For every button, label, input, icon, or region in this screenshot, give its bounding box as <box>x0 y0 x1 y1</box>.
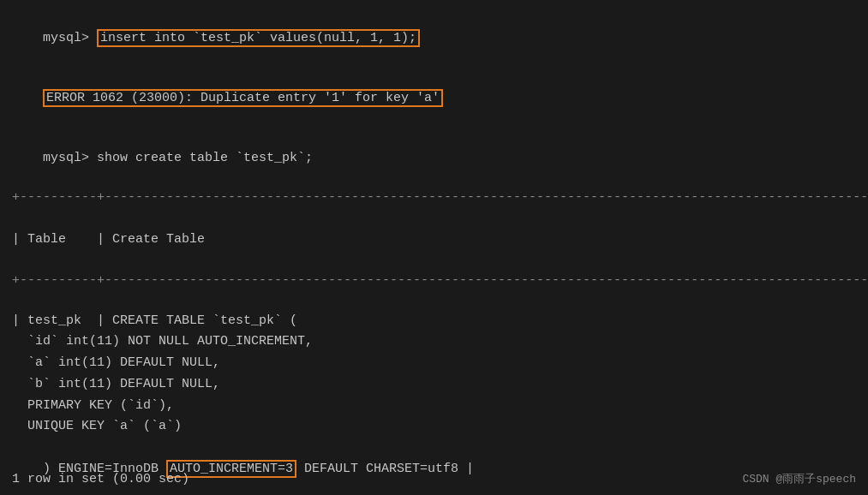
empty-line-3 <box>12 290 856 310</box>
csdn-watermark: CSDN @雨雨子speech <box>742 471 856 486</box>
show-create-command: show create table `test_pk`; <box>97 151 313 165</box>
divider-1: +----------+----------------------------… <box>12 188 856 207</box>
table-data-line-1: | test_pk | CREATE TABLE `test_pk` ( <box>12 311 856 332</box>
footer-row: 1 row in set (0.00 sec) CSDN @雨雨子speech <box>12 471 856 486</box>
footer-result-text: 1 row in set (0.00 sec) <box>12 472 189 486</box>
table-data-line-6: UNIQUE KEY `a` (`a`) <box>12 416 856 438</box>
table-data-line-5: PRIMARY KEY (`id`), <box>12 396 856 417</box>
prompt-2: mysql> <box>43 151 97 165</box>
terminal-window: mysql> insert into `test_pk` values(null… <box>0 0 868 495</box>
empty-line-1 <box>12 208 856 228</box>
error-line: ERROR 1062 (23000): Duplicate entry '1' … <box>12 69 856 128</box>
table-data-line-2: `id` int(11) NOT NULL AUTO_INCREMENT, <box>12 331 856 353</box>
table-data-line-3: `a` int(11) DEFAULT NULL, <box>12 353 856 374</box>
table-data-line-4: `b` int(11) DEFAULT NULL, <box>12 374 856 396</box>
error-highlight: ERROR 1062 (23000): Duplicate entry '1' … <box>43 89 443 107</box>
divider-2: +----------+----------------------------… <box>12 271 856 290</box>
insert-command-highlight: insert into `test_pk` values(null, 1, 1)… <box>97 29 420 47</box>
cmd-show-line: mysql> show create table `test_pk`; <box>12 128 856 188</box>
cmd-insert-line: mysql> insert into `test_pk` values(null… <box>12 9 856 69</box>
empty-line-2 <box>12 251 856 271</box>
table-header-row: | Table | Create Table <box>12 228 856 251</box>
prompt-1: mysql> <box>43 31 97 45</box>
